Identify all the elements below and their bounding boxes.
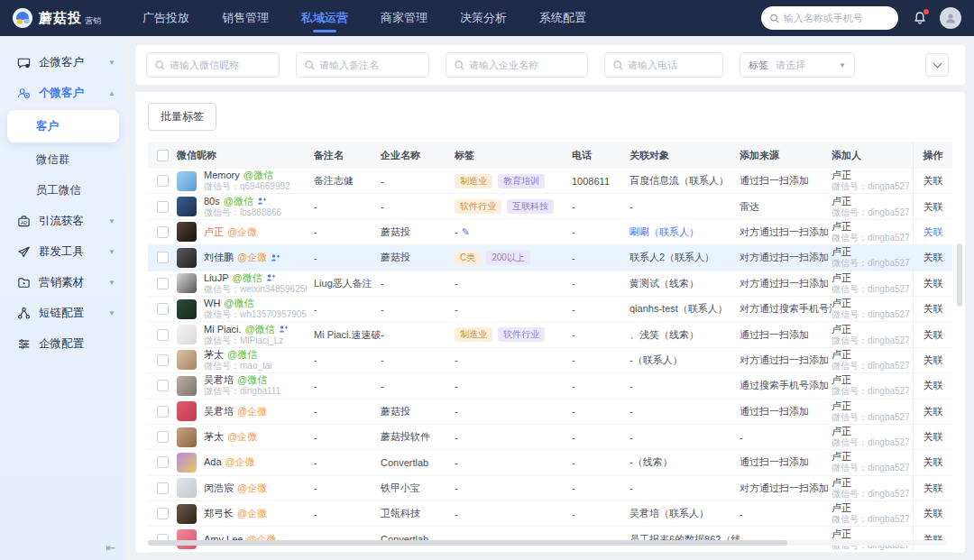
row-checkbox[interactable] bbox=[157, 252, 169, 263]
table-row[interactable]: 郑弓长@企微-卫瓴科技--吴君培（联系人）-卢正微信号：dingba527关联 bbox=[148, 501, 952, 527]
table-row[interactable]: LiuJP@微信微信号：weixin348596256Liug恶人备注---黄测… bbox=[148, 271, 952, 297]
table-row[interactable]: 闵浩宸@企微-铁甲小宝---对方通过扫一扫添加卢正微信号：dingba527关联 bbox=[148, 476, 952, 501]
nav-item-6[interactable]: 系统配置 bbox=[539, 0, 586, 36]
nav-item-4[interactable]: 商家管理 bbox=[381, 0, 427, 36]
table-row[interactable]: 卢正@企微-蘑菇投-✎-唰唰（联系人）对方通过扫一扫添加卢正微信号：dingba… bbox=[148, 220, 952, 245]
sidebar-item-7[interactable]: 企微配置 bbox=[0, 328, 126, 359]
table-row[interactable]: Mi Piaci.@微信微信号：MiPiaci_LzMi Piaci.速速破-制… bbox=[148, 322, 952, 347]
notification-bell-icon[interactable] bbox=[913, 11, 927, 25]
relate-action-link[interactable]: 关联 bbox=[923, 482, 943, 495]
table-row[interactable]: 刘佳鹏@企微-蘑菇投C类200以上-联系人2（联系人）对方通过扫一扫添加卢正微信… bbox=[148, 245, 952, 271]
nav-item-1[interactable]: 广告投放 bbox=[142, 0, 189, 36]
company-cell: 卫瓴科技 bbox=[381, 507, 455, 520]
tag-filter-select[interactable]: 标签 请选择 ▼ bbox=[740, 52, 855, 78]
table-row[interactable]: 80s@微信微信号：lbs888866--软件行业互联科技--雷达卢正微信号：d… bbox=[148, 194, 952, 219]
nickname: Mi Piaci. bbox=[204, 324, 242, 335]
tags-cell: -✎ bbox=[455, 226, 572, 238]
relate-action-link[interactable]: 关联 bbox=[923, 430, 943, 444]
tags-cell: - bbox=[455, 482, 572, 493]
phone-cell: - bbox=[572, 406, 629, 417]
relate-action-link[interactable]: 关联 bbox=[923, 455, 943, 469]
filter-input-field-2[interactable] bbox=[319, 60, 420, 70]
sidebar-item-1[interactable]: 企微客户▼ bbox=[0, 47, 126, 78]
horizontal-scrollbar[interactable] bbox=[148, 540, 947, 546]
filter-input-field-3[interactable] bbox=[469, 60, 579, 70]
table-row[interactable]: 茅太@企微-蘑菇投软件----卢正微信号：dingba527关联 bbox=[148, 425, 952, 450]
nickname: 茅太 bbox=[204, 431, 224, 443]
customer-table: 微信昵称备注名企业名称标签电话关联对象添加来源添加人操作Memory@微信微信号… bbox=[148, 142, 952, 553]
filter-input-field-4[interactable] bbox=[628, 60, 714, 70]
col-header-nickname: 微信昵称 bbox=[177, 149, 314, 162]
wechat-id: 微信号：dingba111 bbox=[204, 386, 280, 397]
row-checkbox[interactable] bbox=[157, 329, 169, 341]
nav-item-5[interactable]: 决策分析 bbox=[460, 0, 507, 36]
sidebar-subitem-客户[interactable]: 客户 bbox=[7, 110, 119, 142]
row-checkbox[interactable] bbox=[157, 226, 169, 238]
row-checkbox[interactable] bbox=[157, 431, 169, 443]
tag-chip: 制造业 bbox=[455, 174, 492, 188]
relate-action-link[interactable]: 关联 bbox=[923, 302, 943, 316]
tag-chip: C类 bbox=[455, 251, 481, 265]
col-header-remark: 备注名 bbox=[314, 149, 381, 162]
sidebar-collapse-icon[interactable]: ⇤ bbox=[106, 541, 115, 555]
sidebar-item-3[interactable]: AD引流获客▼ bbox=[0, 206, 126, 236]
relate-action-link[interactable]: 关联 bbox=[923, 277, 943, 290]
tags-empty: - bbox=[455, 304, 458, 315]
avatar bbox=[177, 401, 197, 421]
vertical-scrollbar-thumb[interactable] bbox=[957, 243, 962, 307]
contact-card-icon bbox=[271, 253, 280, 262]
row-checkbox[interactable] bbox=[157, 482, 169, 494]
related-object-cell: 黄测试（线索） bbox=[629, 277, 740, 290]
avatar bbox=[177, 171, 197, 191]
row-checkbox[interactable] bbox=[157, 354, 169, 366]
row-checkbox[interactable] bbox=[157, 380, 169, 391]
nav-item-2[interactable]: 销售管理 bbox=[222, 0, 269, 36]
avatar bbox=[177, 478, 197, 498]
sidebar-item-4[interactable]: 群发工具▼ bbox=[0, 236, 126, 267]
horizontal-scrollbar-thumb[interactable] bbox=[148, 540, 787, 546]
relate-action-link[interactable]: 关联 bbox=[923, 507, 943, 520]
top-nav-menu: 广告投放销售管理私域运营商家管理决策分析系统配置 bbox=[126, 0, 602, 36]
nav-item-3[interactable]: 私域运营 bbox=[301, 0, 348, 36]
sidebar-item-2[interactable]: 个微客户▲ bbox=[0, 78, 126, 108]
relate-action-link[interactable]: 关联 bbox=[923, 225, 943, 239]
row-checkbox[interactable] bbox=[157, 406, 169, 418]
row-checkbox[interactable] bbox=[157, 278, 169, 289]
row-checkbox[interactable] bbox=[157, 508, 169, 519]
related-object-cell[interactable]: 唰唰（联系人） bbox=[629, 225, 740, 239]
table-row[interactable]: 茅太@微信微信号：mao_tai-----（联系人）对方通过扫一扫添加卢正微信号… bbox=[148, 348, 952, 373]
relate-action-link[interactable]: 关联 bbox=[923, 353, 943, 367]
filter-input-field-1[interactable] bbox=[170, 60, 271, 70]
relate-action-link[interactable]: 关联 bbox=[923, 200, 943, 214]
table-row[interactable]: WH@微信微信号：wh13570957905----qianhs-test（联系… bbox=[148, 297, 952, 322]
row-checkbox[interactable] bbox=[157, 175, 169, 187]
related-object-cell: - bbox=[629, 432, 740, 443]
select-all-checkbox[interactable] bbox=[157, 150, 169, 161]
batch-tag-button[interactable]: 批量标签 bbox=[148, 103, 216, 131]
source-cell: 对方通过扫一扫添加 bbox=[740, 225, 832, 239]
table-row[interactable]: 吴君培@微信微信号：dingba111-----通过搜索手机号添加卢正微信号：d… bbox=[148, 373, 952, 399]
source-cell: 对方通过扫一扫添加 bbox=[740, 482, 832, 495]
user-avatar[interactable] bbox=[940, 7, 961, 29]
sidebar-item-5[interactable]: 营销素材▼ bbox=[0, 267, 126, 298]
table-row[interactable]: 吴君培@企微-蘑菇投---通过扫一扫添加卢正微信号：dingba527关联 bbox=[148, 399, 952, 425]
table-row[interactable]: Ada@企微-Convertlab---（线索）通过扫一扫添加卢正微信号：din… bbox=[148, 450, 952, 475]
global-search-input[interactable] bbox=[784, 13, 889, 23]
adder-name: 卢正 bbox=[832, 324, 910, 335]
relate-action-link[interactable]: 关联 bbox=[923, 174, 943, 188]
edit-tags-icon[interactable]: ✎ bbox=[462, 226, 470, 238]
sidebar-item-6[interactable]: 短链配置▼ bbox=[0, 298, 126, 328]
row-checkbox[interactable] bbox=[157, 303, 169, 315]
row-checkbox[interactable] bbox=[157, 201, 169, 213]
table-row[interactable]: Memory@微信微信号：q694669992备注志健-制造业教育培训10086… bbox=[148, 169, 952, 194]
relate-action-link[interactable]: 关联 bbox=[923, 328, 943, 342]
relate-action-link[interactable]: 关联 bbox=[923, 251, 943, 264]
sidebar-subitem-员工微信[interactable]: 员工微信 bbox=[0, 175, 126, 206]
sidebar-subitem-微信群[interactable]: 微信群 bbox=[0, 144, 126, 175]
nickname: 吴君培 bbox=[204, 374, 234, 386]
remark-cell: - bbox=[314, 252, 381, 263]
relate-action-link[interactable]: 关联 bbox=[923, 379, 943, 392]
filter-collapse-button[interactable] bbox=[925, 53, 949, 77]
relate-action-link[interactable]: 关联 bbox=[923, 405, 943, 418]
row-checkbox[interactable] bbox=[157, 456, 169, 468]
